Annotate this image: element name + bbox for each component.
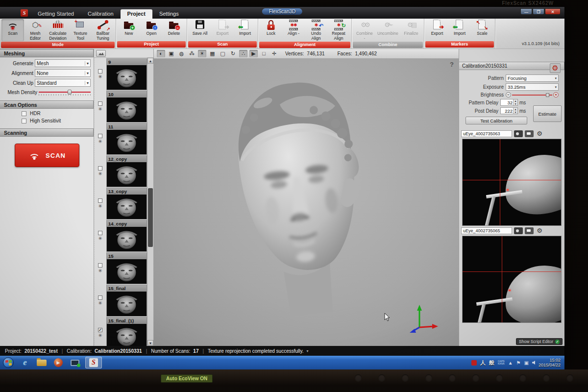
scan-list-item[interactable]: ✳ 15_final_(1)	[94, 317, 147, 346]
wireframe-icon[interactable]: ◍	[177, 50, 186, 57]
scan-visibility-checkbox[interactable]	[98, 101, 102, 106]
refresh-icon[interactable]: ↻	[229, 50, 237, 57]
scan-list-item[interactable]: ✳ 15_final	[94, 285, 147, 317]
exposure-dropdown[interactable]: 33.25ms▾	[506, 83, 559, 91]
scan-thumbnail-image[interactable]	[107, 162, 147, 187]
tab-calibration[interactable]: Calibration	[81, 9, 121, 19]
close-button[interactable]: ✕	[545, 8, 561, 15]
scan-thumbnail-image[interactable]	[107, 259, 147, 284]
scan-thumbnail-image[interactable]	[107, 195, 147, 219]
scan-visibility-checkbox[interactable]	[98, 69, 102, 74]
display-tray-icon[interactable]: ▣	[524, 360, 529, 366]
scanned-head-model[interactable]	[213, 74, 389, 318]
tab-getting-started[interactable]: Getting Started	[31, 9, 81, 19]
pan-icon[interactable]: ✛	[270, 50, 278, 57]
open-project-button[interactable]: ↑ Open	[140, 19, 163, 41]
mesh-editor-button[interactable]: ⬡✎ Mesh Editor	[24, 19, 47, 41]
flexscan-taskbar-button[interactable]: S	[85, 357, 102, 368]
scan-list-item[interactable]: ✳ 14_copy	[94, 220, 147, 252]
orbit-view-icon[interactable]: ◐	[157, 50, 165, 57]
camera-settings-gear-icon[interactable]: ⚙	[536, 130, 543, 138]
repeat-align-button[interactable]: ✱↻ Repeat Align	[327, 19, 350, 41]
tray-clock[interactable]: 15:02 2015/04/22	[539, 358, 561, 368]
brightness-thumb[interactable]	[546, 93, 549, 97]
generate-dropdown[interactable]: Mesh▾	[35, 59, 91, 67]
scan-options-section-header[interactable]: Scan Options	[0, 100, 94, 109]
network-computer-icon[interactable]	[69, 357, 81, 368]
light-icon[interactable]: ☀	[198, 50, 206, 57]
uncombine-button[interactable]: ⚙✁ Uncombine	[376, 19, 400, 41]
camera2-preview[interactable]	[462, 236, 562, 323]
scan-visibility-checkbox[interactable]	[98, 231, 102, 235]
media-player-icon[interactable]: ▶	[52, 357, 65, 368]
scan-projector-icon[interactable]: ✳	[98, 107, 102, 112]
post-delay-spinner[interactable]: 222 ▲▼	[500, 107, 518, 114]
start-button[interactable]	[3, 357, 14, 368]
ime-conversion-mode[interactable]: 般	[489, 359, 494, 367]
scan-visibility-checkbox[interactable]	[98, 198, 102, 203]
mesh-density-slider[interactable]	[39, 89, 91, 96]
new-project-button[interactable]: + New	[118, 19, 140, 41]
brightness-minus-button[interactable]: −	[506, 92, 511, 98]
camera1-preview[interactable]	[462, 139, 562, 226]
lock-button[interactable]: Lock	[260, 19, 282, 41]
scan-thumbnail-image[interactable]	[107, 227, 147, 251]
brightness-plus-button[interactable]: +	[553, 92, 559, 98]
minimize-button[interactable]: —	[520, 8, 532, 15]
scan-button[interactable]: SCAN	[15, 144, 79, 167]
hdr-checkbox[interactable]	[22, 111, 26, 116]
save-all-button[interactable]: Save All	[189, 19, 211, 41]
meshing-section-header[interactable]: Meshing	[0, 49, 94, 57]
scan-projector-icon[interactable]: ✳	[98, 204, 102, 209]
thumbnail-view-button[interactable]	[96, 50, 106, 57]
play-icon[interactable]: ▶	[249, 50, 258, 57]
scan-list-item[interactable]: ✳ 15	[94, 252, 147, 284]
scan-visibility-checkbox[interactable]	[98, 263, 102, 268]
calculate-deviation-button[interactable]: Calculate Deviation	[47, 19, 69, 41]
camera1-name-field[interactable]: uEye_4002735063	[461, 130, 512, 137]
action-center-flag-icon[interactable]: ⚑	[516, 360, 521, 366]
spin-down-icon[interactable]: ▼	[514, 111, 517, 114]
viewport-canvas[interactable]: ?	[154, 59, 459, 346]
scrollbar-thumb[interactable]	[148, 188, 153, 247]
exposure-mode-icon[interactable]	[525, 227, 534, 234]
scanning-section-header[interactable]: Scanning	[0, 128, 94, 137]
scan-visibility-checkbox[interactable]	[98, 166, 102, 171]
tab-project[interactable]: Project	[121, 9, 152, 19]
ime-input-mode[interactable]: 人	[480, 359, 486, 367]
scan-import-button[interactable]: ⬅ Import	[234, 19, 256, 41]
maximize-button[interactable]: ❐	[533, 8, 544, 15]
file-explorer-icon[interactable]	[35, 357, 48, 368]
combine-button[interactable]: ⚙⚙ Combine -	[353, 19, 376, 41]
scan-projector-icon[interactable]: ✳	[98, 139, 102, 144]
show-hidden-icons-arrow[interactable]: ▲	[508, 360, 513, 366]
exposure-mode-icon[interactable]	[525, 130, 534, 137]
cleanup-dropdown[interactable]: Standard▾	[35, 79, 91, 87]
scan-projector-icon[interactable]: ✳	[98, 269, 102, 273]
pointcloud-icon[interactable]: ⁂	[188, 50, 196, 57]
scan-list-item[interactable]: ✳ 12_copy	[94, 155, 147, 187]
scan-export-button[interactable]: ➜ Export	[211, 19, 234, 41]
scan-list-item[interactable]: ✳ 11	[94, 123, 147, 155]
scan-list-item[interactable]: ✳ 9	[94, 58, 147, 90]
bounding-box-icon[interactable]: ▢	[219, 50, 227, 57]
scan-projector-icon[interactable]: ✳	[98, 172, 102, 176]
tab-settings[interactable]: Settings	[152, 9, 186, 19]
scan-projector-icon[interactable]: ✳	[98, 236, 102, 241]
pattern-dropdown[interactable]: Focusing▾	[506, 74, 559, 82]
scroll-up-arrow[interactable]: ▲	[147, 58, 153, 64]
texture-tool-button[interactable]: + Texture Tool	[69, 19, 92, 41]
scan-visibility-checkbox[interactable]	[98, 134, 102, 138]
camera-icon[interactable]	[514, 227, 523, 234]
ime-pad-icon[interactable]	[471, 360, 477, 366]
scroll-down-arrow[interactable]: ▼	[147, 340, 153, 346]
scan-thumbnail-image[interactable]	[107, 324, 147, 346]
finalize-button[interactable]: ⚙▤ Finalize	[400, 19, 422, 41]
spin-down-icon[interactable]: ▼	[514, 102, 517, 105]
high-sensitivity-checkbox[interactable]	[22, 119, 26, 123]
scan-thumbnail-image[interactable]	[107, 292, 147, 316]
scan-projector-icon[interactable]: ✳	[98, 301, 102, 306]
volume-icon[interactable]	[532, 361, 535, 365]
calibration-gear-icon[interactable]: ⚙	[550, 63, 561, 73]
markers-scale-button[interactable]: ↖↘ Scale	[471, 19, 493, 41]
